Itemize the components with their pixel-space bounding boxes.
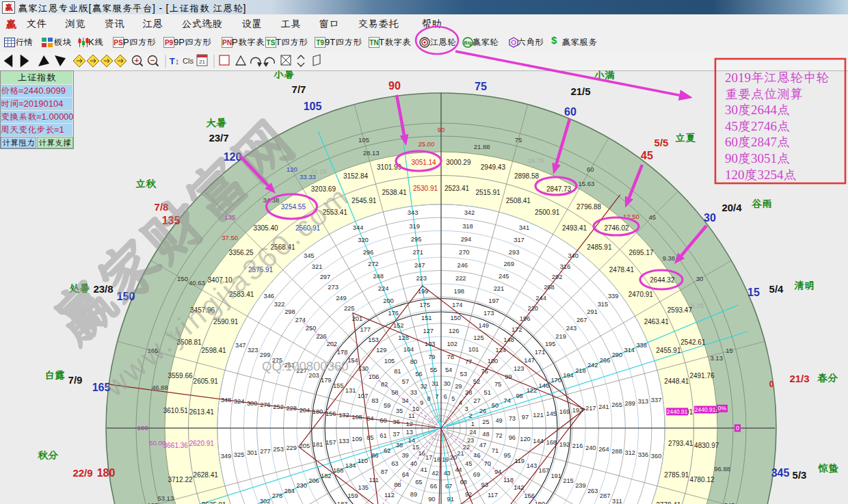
svg-text:182: 182	[321, 473, 332, 479]
svg-text:谷雨: 谷雨	[752, 197, 772, 210]
svg-text:46: 46	[473, 452, 480, 459]
svg-text:32: 32	[421, 383, 427, 390]
svg-text:25: 25	[482, 419, 489, 425]
svg-text:2644.32: 2644.32	[650, 276, 675, 284]
svg-text:23: 23	[467, 437, 474, 444]
svg-text:27: 27	[473, 397, 480, 404]
svg-text:51: 51	[484, 389, 491, 396]
svg-text:3000.29: 3000.29	[446, 159, 471, 166]
svg-text:64: 64	[402, 471, 409, 478]
svg-text:253: 253	[273, 446, 284, 453]
svg-text:292: 292	[552, 274, 563, 280]
svg-text:314: 314	[624, 347, 635, 354]
svg-text:50.00: 50.00	[149, 439, 165, 447]
svg-text:小满: 小满	[594, 70, 615, 81]
svg-text:90: 90	[388, 80, 401, 92]
svg-text:72: 72	[495, 432, 502, 439]
svg-text:107: 107	[358, 393, 369, 399]
svg-text:217: 217	[585, 405, 596, 412]
svg-text:121: 121	[533, 412, 544, 419]
svg-text:245: 245	[499, 273, 509, 280]
svg-text:180: 180	[137, 424, 148, 432]
svg-text:345: 345	[304, 252, 315, 259]
svg-text:320: 320	[358, 237, 369, 243]
svg-text:226: 226	[316, 333, 327, 340]
svg-text:QQ:100800360: QQ:100800360	[262, 359, 349, 373]
svg-text:105: 105	[304, 101, 322, 112]
svg-text:立秋: 立秋	[135, 177, 157, 190]
svg-text:153: 153	[368, 336, 379, 343]
svg-text:春分: 春分	[817, 371, 838, 384]
svg-text:93: 93	[481, 481, 488, 488]
svg-text:195: 195	[545, 341, 556, 347]
svg-text:56: 56	[415, 371, 422, 377]
svg-text:342: 342	[464, 209, 475, 216]
svg-text:2440.91: 2440.91	[667, 408, 688, 415]
svg-text:21.88: 21.88	[474, 143, 490, 150]
svg-text:4780.12: 4780.12	[689, 476, 715, 483]
svg-text:157: 157	[326, 439, 336, 446]
svg-text:3661.36: 3661.36	[163, 442, 189, 449]
svg-text:230: 230	[296, 482, 307, 489]
svg-text:318: 318	[462, 223, 473, 230]
svg-text:99: 99	[505, 373, 512, 380]
svg-text:266: 266	[600, 357, 611, 364]
svg-text:243: 243	[566, 325, 577, 332]
svg-text:3610.51: 3610.51	[163, 407, 189, 414]
svg-text:3051.14: 3051.14	[412, 159, 437, 166]
svg-text:2793.41: 2793.41	[668, 440, 693, 447]
svg-text:53.13: 53.13	[157, 494, 174, 502]
svg-text:206: 206	[308, 477, 319, 484]
svg-text:301: 301	[247, 449, 258, 456]
svg-text:174: 174	[452, 302, 463, 308]
svg-text:240: 240	[585, 445, 596, 451]
svg-text:2620.91: 2620.91	[189, 440, 215, 447]
svg-text:222: 222	[455, 275, 466, 282]
svg-text:290: 290	[612, 352, 623, 358]
svg-text:22/9: 22/9	[72, 467, 92, 479]
svg-text:299: 299	[260, 352, 271, 358]
svg-text:45: 45	[465, 460, 472, 467]
svg-text:0%: 0%	[718, 405, 727, 412]
svg-text:219: 219	[555, 333, 566, 340]
svg-text:68: 68	[460, 479, 467, 486]
svg-text:106: 106	[369, 373, 380, 380]
svg-text:43: 43	[443, 470, 450, 477]
svg-text:298: 298	[284, 308, 295, 315]
svg-text:34: 34	[401, 397, 408, 404]
svg-text:247: 247	[414, 262, 425, 269]
svg-text:132: 132	[339, 412, 349, 419]
svg-text:2491.76: 2491.76	[689, 372, 715, 380]
svg-text:40.63: 40.63	[189, 279, 205, 287]
svg-text:T↕: T↕	[170, 56, 179, 66]
svg-text:215: 215	[563, 477, 574, 484]
svg-text:194: 194	[563, 372, 574, 379]
svg-text:339: 339	[608, 293, 619, 300]
svg-text:168: 168	[546, 439, 557, 446]
svg-text:323: 323	[248, 347, 259, 354]
svg-text:46.88: 46.88	[152, 384, 168, 391]
svg-text:76: 76	[481, 368, 488, 375]
svg-text:89: 89	[410, 491, 417, 498]
svg-text:100: 100	[488, 358, 499, 364]
svg-text:2470.91: 2470.91	[628, 291, 654, 298]
svg-text:195: 195	[147, 501, 158, 504]
svg-text:221: 221	[494, 285, 505, 292]
svg-text:40: 40	[410, 460, 417, 467]
svg-text:53: 53	[460, 371, 467, 377]
svg-text:79: 79	[428, 354, 435, 360]
svg-text:3: 3	[464, 406, 468, 412]
svg-text:336: 336	[638, 451, 649, 458]
svg-text:4: 4	[459, 399, 462, 406]
svg-text:75: 75	[494, 381, 501, 388]
svg-text:5: 5	[451, 395, 455, 402]
svg-text:118: 118	[503, 477, 514, 483]
svg-text:52: 52	[473, 378, 480, 385]
svg-text:2542.61: 2542.61	[680, 339, 706, 346]
svg-text:41: 41	[421, 466, 427, 473]
svg-text:6.25: 6.25	[691, 302, 704, 309]
svg-text:278: 278	[272, 492, 283, 499]
svg-text:197: 197	[488, 297, 499, 304]
svg-text:55: 55	[430, 367, 437, 373]
svg-text:12: 12	[406, 421, 413, 427]
